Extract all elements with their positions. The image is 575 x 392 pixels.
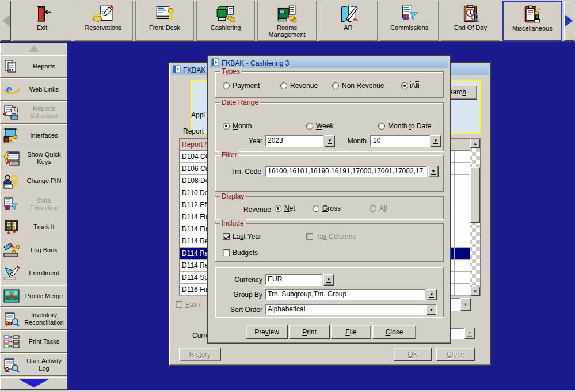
sort-order-label: Sort Order — [220, 306, 262, 314]
print-tasks-icon — [1, 334, 22, 349]
sidebar-item-show-quick-keys[interactable]: Show Quick Keys — [0, 147, 67, 169]
display-group: Display Revenue Net Gross All — [215, 196, 444, 219]
show-quick-keys-icon — [1, 151, 22, 166]
month-lov-button[interactable]: ▼ — [431, 135, 441, 147]
down-arrow-icon: ▼ — [473, 289, 478, 294]
group-by-label: Group By — [220, 291, 262, 299]
ok-button[interactable]: OK — [394, 348, 432, 361]
toolbar-button-label: Front Desk — [149, 24, 180, 31]
interfaces-icon — [1, 128, 22, 143]
year-field[interactable]: 2023 — [265, 135, 323, 147]
toolbar-button-label: Exit — [37, 24, 47, 31]
scroll-down-button[interactable]: ▼ — [470, 287, 480, 296]
radio-gross[interactable]: Gross — [313, 204, 341, 212]
toolbar-scroll-left-button[interactable] — [1, 1, 11, 41]
sidebar-item-enrollment[interactable]: Enrollment — [0, 262, 67, 284]
preview-button[interactable]: Preview — [246, 325, 288, 339]
toolbar-button-label: End Of Day — [454, 24, 487, 31]
exit-icon — [32, 3, 52, 24]
sidebar-item-label: Interfaces — [22, 132, 67, 139]
copies-field[interactable] — [450, 328, 464, 339]
copies-lov-button: ▼ — [464, 328, 475, 339]
profile-merge-icon — [1, 288, 22, 303]
page-field[interactable] — [450, 298, 460, 311]
bottom-strip — [0, 390, 575, 392]
filter-group: Filter Trn. Code 16100,16101,16190,16191… — [215, 155, 444, 192]
toolbar-button-ar[interactable]: AR — [319, 1, 378, 41]
radio-icon — [306, 123, 313, 130]
toolbar-button-reservations[interactable]: Reservations — [74, 1, 132, 41]
group-by-lov-button[interactable]: ▼ — [427, 289, 437, 300]
toolbar-button-cashiering[interactable]: Cashiering — [196, 1, 255, 41]
checkbox-budgets[interactable]: Budgets — [223, 249, 258, 257]
toolbar-scroll-right-button[interactable] — [564, 1, 574, 41]
dropdown-list-arrow-icon: ▼ — [433, 138, 438, 144]
radio-icon — [370, 205, 376, 212]
close-button[interactable]: Close — [436, 348, 475, 361]
left-arrow-icon — [2, 15, 10, 26]
month-field[interactable]: 10 — [370, 135, 430, 147]
currency-field[interactable]: EUR — [265, 274, 322, 286]
end-of-day-icon — [460, 3, 481, 24]
reports-icon — [1, 59, 22, 74]
print-button[interactable]: Print — [289, 325, 330, 339]
radio-revenue[interactable]: Revenue — [280, 82, 318, 90]
dialog-title: FKBAK - Cashiering 3 — [222, 59, 289, 67]
cashiering3-dialog: FKBAK - Cashiering 3 Types Payment Reven… — [207, 55, 451, 344]
toolbar-button-miscellaneous[interactable]: Miscellaneous — [502, 1, 562, 41]
enrollment-icon — [1, 265, 22, 280]
checkbox-icon — [176, 301, 182, 308]
radio-payment[interactable]: Payment — [223, 82, 260, 90]
radio-net[interactable]: Net — [275, 204, 295, 212]
scroll-up-button[interactable]: ▲ — [470, 139, 480, 148]
radio-all-display: All — [370, 204, 387, 212]
close-button-dialog[interactable]: Close — [372, 325, 416, 339]
group-title: Date Range — [220, 98, 260, 106]
sidebar-item-interfaces[interactable]: Interfaces — [0, 124, 67, 147]
dialog-titlebar[interactable]: FKBAK - Cashiering 3 — [210, 58, 448, 68]
sidebar-item-user-activity-log[interactable]: User Activity Log — [0, 353, 67, 376]
sidebar-item-label: Reports Scheduler — [22, 105, 67, 120]
toolbar-button-end-of-day[interactable]: End Of Day — [441, 1, 500, 41]
sidebar-item-change-pin[interactable]: Change PIN — [0, 170, 67, 192]
trn-code-lov-button[interactable]: ▼ — [428, 166, 439, 177]
toolbar-button-exit[interactable]: Exit — [13, 1, 71, 41]
file-button[interactable]: File — [331, 325, 371, 339]
radio-icon — [223, 82, 230, 89]
sidebar-item-reports[interactable]: Reports — [0, 55, 67, 78]
window-icon — [211, 58, 219, 68]
radio-week[interactable]: Week — [306, 122, 333, 130]
revenue-label: Revenue — [220, 205, 271, 214]
scrollbar-thumb[interactable] — [470, 167, 480, 223]
sidebar-item-print-tasks[interactable]: Print Tasks — [0, 330, 67, 353]
miscellaneous-icon — [522, 3, 543, 25]
radio-month[interactable]: Month — [223, 122, 252, 130]
sidebar-scroll-down-button[interactable] — [0, 377, 67, 390]
sidebar-item-track-it[interactable]: Track It — [0, 216, 67, 238]
sidebar-item-label: Print Tasks — [22, 338, 67, 345]
sort-order-dropdown-button[interactable]: ▼ — [427, 305, 436, 315]
sidebar-item-web-links[interactable]: e Web Links — [0, 78, 67, 101]
toolbar-button-label: Cashiering — [211, 24, 241, 31]
sidebar-item-inventory-reconciliation[interactable]: Inventory Reconciliation — [0, 307, 67, 330]
dropdown-list-arrow-icon: ▼ — [326, 277, 331, 283]
group-by-field[interactable]: Trn. Subgroup,Trn. Group — [265, 289, 425, 300]
sidebar-item-log-book[interactable]: Log Book — [0, 239, 67, 261]
report-label: Report — [183, 127, 204, 135]
sidebar-item-profile-merge[interactable]: Profile Merge — [0, 285, 67, 307]
checkbox-last-year[interactable]: Last Year — [223, 233, 261, 241]
toolbar-button-commissions[interactable]: Commissions — [380, 1, 439, 41]
sidebar-scroll-up-button[interactable] — [0, 43, 67, 54]
commissions-icon — [399, 3, 420, 24]
radio-non-revenue[interactable]: Non Revenue — [332, 82, 384, 90]
toolbar-button-rooms-management[interactable]: Rooms Management — [257, 1, 316, 41]
trn-code-field[interactable]: 16100,16101,16190,16191,17000,17001,1700… — [265, 166, 427, 177]
radio-all[interactable]: All — [401, 82, 418, 90]
currency-label: Currency — [220, 276, 262, 284]
sort-order-combobox[interactable]: Alphabetical — [265, 304, 437, 315]
radio-month-to-date[interactable]: Month to Date — [378, 122, 431, 130]
currency-lov-button[interactable]: ▼ — [323, 274, 334, 286]
radio-icon — [280, 82, 287, 89]
table-scrollbar[interactable]: ▲ ▼ — [470, 138, 481, 296]
toolbar-button-front-desk[interactable]: Front Desk — [135, 1, 194, 41]
